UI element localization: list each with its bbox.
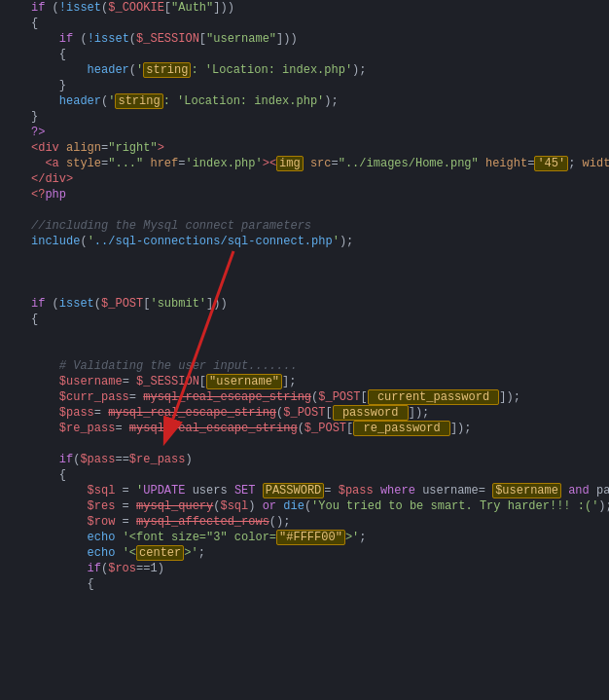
code-line bbox=[0, 343, 609, 358]
code-line: $res = mysql_query($sql) or die('You tri… bbox=[0, 498, 609, 514]
code-line: //including the Mysql connect parameters bbox=[0, 218, 609, 234]
code-line: if (isset($_POST['submit'])) bbox=[0, 296, 609, 312]
code-line: header('string: 'Location: index.php'); bbox=[0, 62, 609, 78]
code-line: echo '<font size="3" color="#FFFF00">'; bbox=[0, 530, 609, 545]
code-line: </div> bbox=[0, 171, 609, 187]
code-line: ?> bbox=[0, 125, 609, 140]
code-line: <div align="right"> bbox=[0, 140, 609, 156]
code-line: } bbox=[0, 109, 609, 125]
code-line: { bbox=[0, 47, 609, 62]
code-line bbox=[0, 203, 609, 218]
code-line: $pass= mysql_real_escape_string($_POST[ … bbox=[0, 405, 609, 421]
code-line: <?php bbox=[0, 187, 609, 203]
code-line: if (!isset($_SESSION["username"])) bbox=[0, 31, 609, 47]
code-line: $username= $_SESSION["username"]; bbox=[0, 374, 609, 389]
code-line: $sql = 'UPDATE users SET PASSWORD= $pass… bbox=[0, 483, 609, 498]
code-line: $re_pass= mysql_real_escape_string($_POS… bbox=[0, 421, 609, 436]
code-line: if($ros==1) bbox=[0, 561, 609, 576]
code-line: include('../sql-connections/sql-connect.… bbox=[0, 234, 609, 249]
code-line: $row = mysql_affected_rows(); bbox=[0, 514, 609, 530]
code-line: # Validating the user input....... bbox=[0, 358, 609, 374]
code-line: echo '<center>'; bbox=[0, 545, 609, 561]
code-line: $curr_pass= mysql_real_escape_string($_P… bbox=[0, 389, 609, 405]
code-line bbox=[0, 249, 609, 265]
code-line: { bbox=[0, 576, 609, 592]
code-line: } bbox=[0, 78, 609, 93]
code-line: { bbox=[0, 467, 609, 483]
code-line: { bbox=[0, 312, 609, 327]
code-line: if (!isset($_COOKIE["Auth"])) bbox=[0, 0, 609, 16]
code-line bbox=[0, 280, 609, 296]
code-line bbox=[0, 436, 609, 452]
code-line bbox=[0, 265, 609, 280]
code-line bbox=[0, 327, 609, 343]
code-line: { bbox=[0, 16, 609, 31]
code-line: header('string: 'Location: index.php'); bbox=[0, 93, 609, 109]
code-line: <a style="..." href='index.php'><img src… bbox=[0, 156, 609, 171]
code-editor: if (!isset($_COOKIE["Auth"])) { if (!iss… bbox=[0, 0, 609, 700]
code-line: if($pass==$re_pass) bbox=[0, 452, 609, 467]
